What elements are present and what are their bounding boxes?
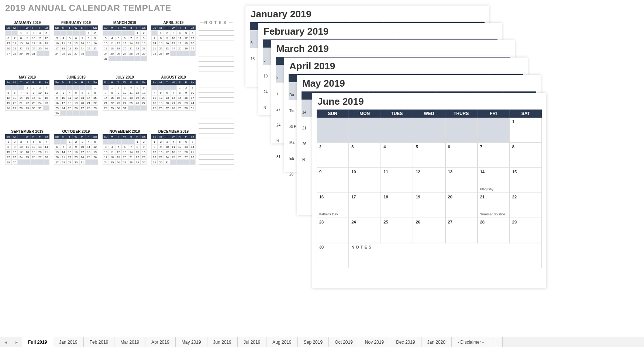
notes-line[interactable] [199,155,234,160]
sheet-day-cell[interactable]: 26 [413,218,445,243]
notes-line[interactable] [199,82,234,87]
notes-line[interactable] [199,144,234,149]
notes-line[interactable] [199,149,234,155]
mini-day-cell: 12 [183,35,189,41]
sheet-tab[interactable]: Sep 2019 [298,337,329,347]
notes-line[interactable] [199,124,234,129]
notes-line[interactable] [199,129,234,134]
sheet-tab[interactable]: Jan 2020 [421,337,452,347]
sheet-tab[interactable]: Nov 2019 [359,337,390,347]
notes-line[interactable] [199,113,234,118]
sheet-day-cell[interactable] [317,118,349,143]
sheet-day-cell[interactable]: 17 [349,193,381,218]
sheet-day-cell[interactable]: 7 [478,143,510,168]
mini-day-cell: 2 [115,85,121,90]
notes-line[interactable] [199,87,234,93]
sheet-day-header: THURS [445,110,478,118]
mini-day-cell [37,51,43,56]
notes-line[interactable] [199,98,234,103]
sheet-tab[interactable]: - Disclaimer - [452,337,490,347]
sheet-tab[interactable]: Apr 2019 [145,337,176,347]
notes-line[interactable] [199,77,234,82]
sheet-day-cell[interactable]: 30 [317,243,349,268]
notes-line[interactable] [199,93,234,98]
mini-day-cell [109,139,115,144]
notes-line[interactable] [199,108,234,113]
notes-line[interactable] [199,67,234,72]
notes-line[interactable] [199,51,234,56]
mini-day-cell: 2 [141,30,147,35]
sheet-day-cell[interactable] [478,118,510,143]
sheet-day-cell[interactable]: 15 [510,168,542,193]
sheet-day-cell[interactable]: 21Summer Solstice [478,193,510,218]
sheet-day-cell[interactable]: 14Flag Day [478,168,510,193]
sheet-tab[interactable]: Jan 2019 [53,337,83,347]
tab-scroll-next[interactable]: ▸ [11,337,22,347]
sheet-tab[interactable]: Jun 2019 [207,337,238,347]
sheet-day-cell[interactable]: 6 [445,143,478,168]
mini-day-cell [18,85,24,90]
sheet-tab[interactable]: Mar 2019 [114,337,145,347]
notes-line[interactable] [199,62,234,67]
sheet-day-cell[interactable]: 2 [317,143,349,168]
notes-line[interactable] [199,103,234,108]
sheet-day-cell[interactable]: 11 [381,168,413,193]
mini-day-cell: 11 [37,35,43,41]
sheet-day-cell[interactable]: 29 [510,218,542,243]
mini-day-cell: 9 [24,35,30,41]
sheet-day-cell[interactable]: 19 [413,193,445,218]
sheet-day-cell[interactable]: 8 [510,143,542,168]
sheet-day-cell[interactable]: 18 [381,193,413,218]
mini-day-cell: 8 [134,35,141,41]
sheet-day-cell[interactable]: 28 [478,218,510,243]
sheet-tab[interactable]: Feb 2019 [84,337,115,347]
sheet-day-cell[interactable]: 3 [349,143,381,168]
sheet-day-cell[interactable]: 24 [349,218,381,243]
sheet-day-cell[interactable]: 23 [317,218,349,243]
sheet-day-cell[interactable]: 10 [349,168,381,193]
sheet-day-cell[interactable] [413,118,445,143]
tab-scroll-prev[interactable]: ◂ [0,337,11,347]
notes-line[interactable] [199,165,234,170]
mini-day-cell: 27 [141,100,147,105]
mini-day-header: R [177,25,183,30]
notes-line[interactable] [199,118,234,124]
sheet-day-cell[interactable]: 27 [445,218,478,243]
sheet-day-cell[interactable]: 4 [381,143,413,168]
notes-line[interactable] [199,36,234,41]
sheet-day-cell[interactable] [445,118,478,143]
notes-line[interactable] [199,31,234,36]
sheet-day-cell[interactable]: 12 [413,168,445,193]
mini-day-cell: 6 [54,144,60,149]
notes-line[interactable] [199,139,234,144]
sheet-day-cell[interactable]: 22 [510,193,542,218]
sheet-day-cell[interactable]: 1 [510,118,542,143]
notes-line[interactable] [199,134,234,139]
notes-line[interactable] [199,41,234,46]
sheet-day-cell[interactable]: NOTES [349,243,542,268]
add-sheet-button[interactable]: + [490,337,503,347]
mini-day-header: Su [151,80,158,85]
sheet-day-cell[interactable]: 9 [317,168,349,193]
sheet-tab[interactable]: Full 2019 [22,337,53,347]
mini-day-cell: 22 [86,46,92,51]
notes-line[interactable] [199,25,234,31]
notes-line[interactable] [199,72,234,77]
notes-line[interactable] [199,56,234,62]
sheet-tab[interactable]: Oct 2019 [329,337,359,347]
sheet-day-cell[interactable]: 20 [445,193,478,218]
sheet-tab[interactable]: Aug 2019 [266,337,297,347]
mini-day-cell: 18 [43,95,49,100]
sheet-day-cell[interactable] [381,118,413,143]
sheet-day-cell[interactable] [349,118,381,143]
mini-day-cell: 19 [115,46,121,51]
notes-line[interactable] [199,160,234,165]
sheet-tab[interactable]: Jul 2019 [238,337,266,347]
sheet-tab[interactable]: Dec 2019 [390,337,421,347]
sheet-day-cell[interactable]: 25 [381,218,413,243]
sheet-day-cell[interactable]: 16Father's Day [317,193,349,218]
sheet-day-cell[interactable]: 13 [445,168,478,193]
sheet-day-cell[interactable]: 5 [413,143,445,168]
notes-line[interactable] [199,46,234,51]
sheet-tab[interactable]: May 2019 [176,337,207,347]
